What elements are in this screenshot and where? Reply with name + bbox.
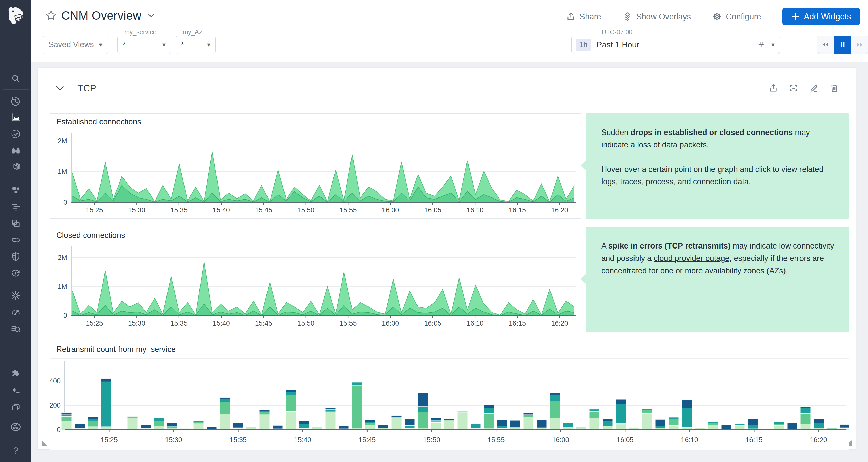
sidebar-divider [3,284,29,284]
time-preset-chip[interactable]: 1h [576,39,591,51]
svg-text:2M: 2M [58,137,67,145]
svg-text:15:35: 15:35 [170,319,188,327]
workspaces-icon[interactable] [10,402,22,414]
pin-icon[interactable] [756,40,766,49]
svg-text:16:10: 16:10 [466,319,484,327]
svg-text:15:45: 15:45 [255,319,272,327]
log-filter-icon[interactable] [10,201,22,213]
dashboards-icon[interactable] [10,128,22,140]
svg-text:15:40: 15:40 [213,206,230,214]
show-overlays-button[interactable]: Show Overlays [623,12,691,21]
title-caret-icon[interactable] [148,13,155,18]
caret-down-icon[interactable]: ▾ [771,41,775,49]
security-shield-icon[interactable] [10,251,22,263]
notebooks-icon[interactable] [10,161,22,174]
watchdog-binoculars-icon[interactable] [10,145,22,157]
caret-down-icon: ▾ [162,41,166,49]
svg-text:15:45: 15:45 [359,436,376,444]
section-title: TCP [78,83,96,94]
copy-frame-icon[interactable] [788,83,799,94]
share-button[interactable]: Share [566,12,601,21]
template-var-label-my-az: my_AZ [181,29,205,35]
template-var-value: * [181,40,184,50]
overlays-icon [623,12,632,21]
note-paragraph: Sudden drops in established or closed co… [601,126,834,151]
log-explorer-icon[interactable] [10,323,22,335]
apm-windows-icon[interactable] [10,217,22,229]
svg-text:16:20: 16:20 [551,319,568,327]
closed-connections-chart[interactable]: 01M2M15:2515:3015:3515:4015:4515:5015:55… [50,244,581,332]
note-paragraph: A spike in errors (TCP retransmits) may … [601,240,834,277]
template-var-label-my-service: my_service [122,29,158,35]
sidebar-divider [3,178,29,179]
trash-icon[interactable] [829,83,840,94]
metrics-icon[interactable] [10,111,22,123]
svg-text:16:15: 16:15 [745,436,763,444]
svg-text:15:25: 15:25 [100,436,118,444]
established-connections-chart[interactable]: 01M2M15:2515:3015:3515:4015:4515:5015:55… [50,130,581,219]
datadog-logo[interactable] [6,5,26,25]
gauge-icon[interactable] [10,306,22,318]
add-widgets-label: Add Widgets [804,12,851,21]
retransmit-count-chart[interactable]: 020040015:2515:3015:3515:4015:4515:5015:… [50,359,849,450]
svg-text:16:05: 16:05 [424,206,441,214]
svg-text:15:35: 15:35 [170,206,188,214]
bug-icon[interactable] [10,289,22,302]
ci-sync-icon[interactable] [10,267,22,279]
svg-text:15:50: 15:50 [423,436,440,444]
pause-button[interactable] [834,36,851,54]
caret-down-icon: ▾ [207,41,210,49]
time-range-picker[interactable]: 1h Past 1 Hour ▾ [571,35,780,54]
svg-text:16:05: 16:05 [617,436,634,444]
section-collapse-chevron-icon[interactable] [56,86,64,91]
template-var-my-service[interactable]: * ▾ [117,35,171,54]
favorite-star-icon[interactable] [45,10,57,21]
svg-text:400: 400 [50,377,61,385]
help-button[interactable]: ? [10,445,22,457]
note-arrow [581,161,586,170]
infrastructure-icon[interactable] [10,184,22,196]
configure-label: Configure [726,12,761,21]
svg-text:15:30: 15:30 [128,319,146,327]
svg-text:15:35: 15:35 [229,436,247,444]
dashboard-header: CNM Overview Share Show Overlays Configu… [31,0,868,62]
gear-icon [712,12,722,21]
note-paragraph: Hover over a certain point on the graph … [601,163,834,188]
history-icon[interactable] [10,95,22,107]
rewind-button[interactable] [817,36,834,54]
svg-text:16:20: 16:20 [551,206,568,214]
page-title: CNM Overview [61,9,142,22]
edit-pencil-icon[interactable] [808,83,819,94]
svg-text:1M: 1M [58,168,67,176]
template-var-value: * [123,40,126,50]
template-var-my-az[interactable]: * ▾ [176,35,216,54]
plus-icon [791,12,800,21]
svg-text:15:40: 15:40 [213,319,230,327]
svg-text:0: 0 [63,198,67,206]
note-arrow [581,274,586,284]
note-established-closed: Sudden drops in established or closed co… [586,114,849,219]
section-resize-handle-left[interactable] [42,440,48,446]
cloud-provider-outage-link[interactable]: cloud provider outage [654,254,730,263]
share-label: Share [580,12,601,21]
user-avatar[interactable] [10,421,22,433]
integrations-puzzle-icon[interactable] [10,368,22,380]
svg-text:15:30: 15:30 [128,206,146,214]
svg-text:16:00: 16:00 [552,436,569,444]
svg-text:15:25: 15:25 [86,319,103,327]
svg-text:16:20: 16:20 [810,436,827,444]
configure-button[interactable]: Configure [712,12,761,21]
share-upload-icon [566,12,576,21]
search-icon[interactable] [10,72,22,85]
add-widgets-button[interactable]: Add Widgets [782,8,860,25]
export-icon[interactable] [768,83,779,94]
fast-forward-button[interactable] [851,36,868,54]
sparkles-icon[interactable] [10,385,22,397]
svg-text:0: 0 [57,426,61,434]
saved-views-dropdown[interactable]: Saved Views ▾ [43,35,108,54]
service-map-icon[interactable] [10,234,22,246]
widget-title: Retransmit count from my_service [50,340,849,359]
svg-text:1M: 1M [58,283,67,290]
svg-text:15:50: 15:50 [297,319,314,327]
svg-text:15:55: 15:55 [340,206,357,214]
